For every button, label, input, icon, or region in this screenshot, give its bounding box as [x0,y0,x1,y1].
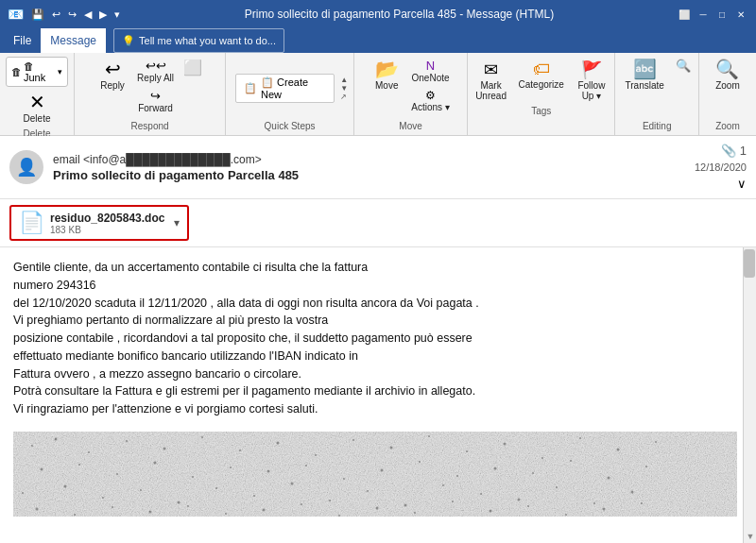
close-btn[interactable]: ✕ [733,7,748,22]
more-respond-icon: ⬜ [183,59,202,76]
sender-avatar: 👤 [9,150,43,184]
junk-button[interactable]: 🗑 🗑 Junk ▾ [6,57,68,87]
menu-file[interactable]: File [4,28,41,53]
maximize-btn[interactable]: □ [714,7,730,22]
follow-up-button[interactable]: 🚩 FollowUp ▾ [571,57,612,104]
menu-bar: File Message 💡 Tell me what you want to … [0,28,756,53]
actions-button[interactable]: ⚙ Actions ▾ [407,87,454,114]
menu-message[interactable]: Message [41,28,106,53]
onenote-button[interactable]: N OneNote [407,57,454,85]
body-line-3: del 12/10/2020 scaduta il 12/11/2020 , a… [13,295,737,313]
ribbon-group-quick-steps: 📋 📋 Create New ▲ ▼ ↗ Quick Steps [226,53,354,135]
more-respond-button[interactable]: ⬜ [180,57,206,78]
title-bar: 📧 💾 ↩ ↪ ◀ ▶ ▾ Primo sollecito di pagamen… [0,0,756,28]
svg-point-40 [178,501,180,503]
scroll-thumb[interactable] [744,249,755,278]
mail-container: 👤 email <info@a█████████████.com> Primo … [0,136,756,543]
save-qa-btn[interactable]: 💾 [29,8,46,21]
translate-button[interactable]: 🔤 Translate [620,57,670,93]
delete-button[interactable]: ✕ Delete [18,90,57,127]
svg-point-37 [64,484,67,487]
ribbon-group-respond: ↩ Reply ↩↩ Reply All ↪ Forward ⬜ Respond [75,53,226,135]
ribbon-group-zoom: 🔍 Zoom Zoom [699,53,756,135]
qs-scroll-down[interactable]: ▼ [340,84,348,93]
reply-label: Reply [100,80,125,91]
svg-point-19 [41,467,43,470]
body-line-5: posizione contabile , ricordandovi a tal… [13,330,737,348]
zoom-button[interactable]: 🔍 Zoom [709,57,747,93]
reply-all-label: Reply All [137,73,174,83]
body-line-4: Vi preghiamo pertanto di normalizzare al… [13,312,737,330]
follow-up-icon: 🚩 [581,59,602,80]
forward-qa-btn[interactable]: ▶ [97,8,109,21]
svg-point-60 [301,503,302,505]
categorize-button[interactable]: 🏷 Categorize [514,57,569,93]
attachment-item[interactable]: 📄 residuo_8205843.doc 183 KB ▾ [9,205,189,241]
onenote-icon: N [426,59,435,73]
attachment-filename: residuo_8205843.doc [50,212,164,225]
mail-header-right: 📎 1 12/18/2020 ∨ [695,144,747,191]
body-line-1: Gentile cliente, da un accertamento cont… [13,259,737,277]
zoom-icon: 🔍 [715,59,739,78]
attachment-dropdown-icon[interactable]: ▾ [174,216,180,229]
tell-me-input[interactable]: 💡 Tell me what you want to do... [113,28,284,53]
reply-button[interactable]: ↩ Reply [94,57,131,93]
reply-icon: ↩ [105,59,121,78]
svg-point-6 [201,436,203,438]
undo-qa-btn[interactable]: ↩ [50,8,62,21]
svg-point-55 [112,506,113,508]
svg-point-65 [490,509,492,512]
svg-point-14 [504,442,507,445]
ribbon-toggle-btn[interactable]: ⬜ [677,7,692,22]
reply-all-icon: ↩↩ [146,59,166,73]
window-title: Primo sollecito di pagamento Parcella 48… [122,8,677,21]
svg-point-21 [116,473,118,475]
svg-point-59 [263,508,266,511]
svg-point-22 [154,461,157,464]
editing-more-icon: 🔍 [676,59,691,73]
svg-point-61 [338,515,340,517]
move-button[interactable]: 📂 Move [368,57,405,93]
svg-point-15 [541,457,543,459]
svg-point-48 [480,493,482,495]
sender-email: info@a█████████████.com [90,153,255,166]
mail-meta: email <info@a█████████████.com> Primo so… [53,153,695,182]
back-qa-btn[interactable]: ◀ [82,8,94,21]
junk-label: 🗑 Junk [24,60,56,83]
junk-dropdown-icon[interactable]: ▾ [58,67,62,76]
svg-point-16 [579,437,581,439]
body-line-6: effettuato mediante bonifico bancario ut… [13,348,737,365]
editing-group-buttons: 🔤 Translate 🔍 [620,57,695,119]
create-new-quick-step[interactable]: 📋 📋 Create New [235,74,335,103]
forward-icon: ↪ [150,89,161,103]
scroll-down-btn[interactable]: ▼ [744,530,756,543]
mail-subject: Primo sollecito di pagamento Parcella 48… [53,168,695,182]
mail-body-wrapper: Gentile cliente, da un accertamento cont… [0,247,756,543]
qs-scroll-up[interactable]: ▲ [340,76,348,84]
redo-qa-btn[interactable]: ↪ [66,8,78,21]
stamp-noise-area [13,432,737,517]
attachment-count: 1 [740,144,747,158]
svg-point-46 [404,503,407,506]
mark-unread-button[interactable]: ✉ MarkUnread [471,57,512,104]
ribbon-group-delete: 🗑 🗑 Junk ▾ ✕ Delete Delete [0,53,75,135]
svg-point-63 [414,512,416,514]
svg-point-54 [74,514,76,516]
svg-point-10 [352,439,354,441]
reply-all-button[interactable]: ↩↩ Reply All [133,57,178,85]
expand-mail-header-btn[interactable]: ∨ [737,177,747,191]
editing-group-label: Editing [643,121,672,131]
scrollbar-track[interactable]: ▲ ▼ [743,247,756,543]
delete-icon: ✕ [29,93,45,111]
minimize-btn[interactable]: ─ [696,7,711,22]
delete-label: Delete [24,113,51,124]
word-doc-icon: 📄 [19,211,44,235]
follow-up-label: FollowUp ▾ [577,80,605,101]
customize-qa-btn[interactable]: ▾ [112,8,122,21]
svg-point-53 [36,507,39,510]
qs-expand[interactable]: ↗ [340,93,348,101]
editing-more-button[interactable]: 🔍 [672,57,695,75]
mail-header-icons: 📎 1 [721,144,747,158]
svg-point-4 [126,440,128,442]
forward-button[interactable]: ↪ Forward [134,87,177,115]
